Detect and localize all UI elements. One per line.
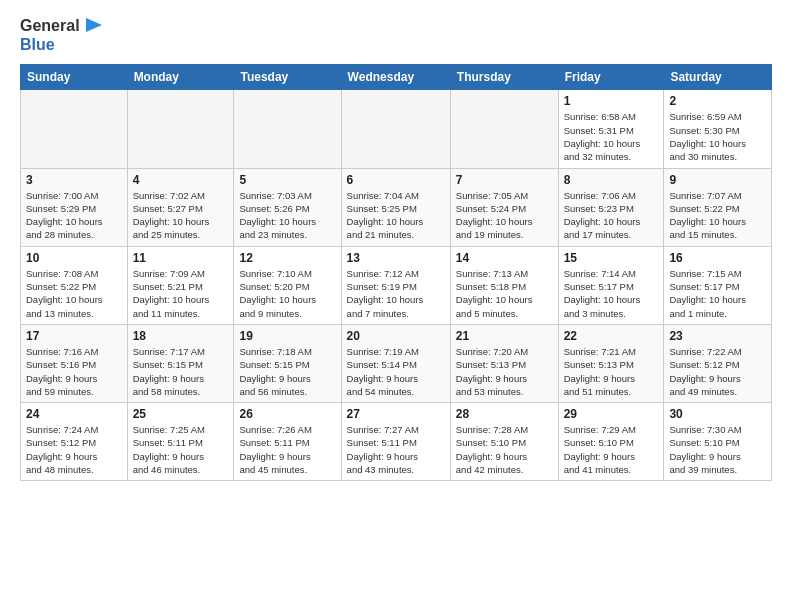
day-info: Sunrise: 7:04 AM Sunset: 5:25 PM Dayligh… bbox=[347, 189, 445, 242]
day-info: Sunrise: 7:30 AM Sunset: 5:10 PM Dayligh… bbox=[669, 423, 766, 476]
day-info: Sunrise: 7:15 AM Sunset: 5:17 PM Dayligh… bbox=[669, 267, 766, 320]
day-info: Sunrise: 7:08 AM Sunset: 5:22 PM Dayligh… bbox=[26, 267, 122, 320]
day-info: Sunrise: 7:21 AM Sunset: 5:13 PM Dayligh… bbox=[564, 345, 659, 398]
day-number: 19 bbox=[239, 329, 335, 343]
day-number: 18 bbox=[133, 329, 229, 343]
day-info: Sunrise: 7:27 AM Sunset: 5:11 PM Dayligh… bbox=[347, 423, 445, 476]
day-number: 25 bbox=[133, 407, 229, 421]
day-number: 5 bbox=[239, 173, 335, 187]
day-number: 1 bbox=[564, 94, 659, 108]
day-cell bbox=[234, 90, 341, 168]
day-info: Sunrise: 7:05 AM Sunset: 5:24 PM Dayligh… bbox=[456, 189, 553, 242]
day-cell: 21Sunrise: 7:20 AM Sunset: 5:13 PM Dayli… bbox=[450, 324, 558, 402]
day-number: 11 bbox=[133, 251, 229, 265]
day-number: 16 bbox=[669, 251, 766, 265]
weekday-monday: Monday bbox=[127, 65, 234, 90]
weekday-sunday: Sunday bbox=[21, 65, 128, 90]
day-number: 13 bbox=[347, 251, 445, 265]
day-cell: 4Sunrise: 7:02 AM Sunset: 5:27 PM Daylig… bbox=[127, 168, 234, 246]
day-number: 24 bbox=[26, 407, 122, 421]
day-number: 26 bbox=[239, 407, 335, 421]
day-cell: 27Sunrise: 7:27 AM Sunset: 5:11 PM Dayli… bbox=[341, 403, 450, 481]
day-info: Sunrise: 7:19 AM Sunset: 5:14 PM Dayligh… bbox=[347, 345, 445, 398]
day-info: Sunrise: 7:14 AM Sunset: 5:17 PM Dayligh… bbox=[564, 267, 659, 320]
weekday-saturday: Saturday bbox=[664, 65, 772, 90]
day-cell: 6Sunrise: 7:04 AM Sunset: 5:25 PM Daylig… bbox=[341, 168, 450, 246]
day-info: Sunrise: 6:58 AM Sunset: 5:31 PM Dayligh… bbox=[564, 110, 659, 163]
day-number: 4 bbox=[133, 173, 229, 187]
day-info: Sunrise: 7:26 AM Sunset: 5:11 PM Dayligh… bbox=[239, 423, 335, 476]
day-cell: 18Sunrise: 7:17 AM Sunset: 5:15 PM Dayli… bbox=[127, 324, 234, 402]
day-info: Sunrise: 7:12 AM Sunset: 5:19 PM Dayligh… bbox=[347, 267, 445, 320]
day-number: 3 bbox=[26, 173, 122, 187]
day-cell: 7Sunrise: 7:05 AM Sunset: 5:24 PM Daylig… bbox=[450, 168, 558, 246]
day-number: 14 bbox=[456, 251, 553, 265]
day-info: Sunrise: 7:22 AM Sunset: 5:12 PM Dayligh… bbox=[669, 345, 766, 398]
page: General Blue SundayMondayTuesdayWednesda… bbox=[0, 0, 792, 497]
logo: General Blue bbox=[20, 16, 104, 54]
day-cell: 14Sunrise: 7:13 AM Sunset: 5:18 PM Dayli… bbox=[450, 246, 558, 324]
calendar: SundayMondayTuesdayWednesdayThursdayFrid… bbox=[20, 64, 772, 481]
day-cell: 30Sunrise: 7:30 AM Sunset: 5:10 PM Dayli… bbox=[664, 403, 772, 481]
day-info: Sunrise: 7:16 AM Sunset: 5:16 PM Dayligh… bbox=[26, 345, 122, 398]
weekday-wednesday: Wednesday bbox=[341, 65, 450, 90]
day-info: Sunrise: 7:28 AM Sunset: 5:10 PM Dayligh… bbox=[456, 423, 553, 476]
day-number: 8 bbox=[564, 173, 659, 187]
day-number: 21 bbox=[456, 329, 553, 343]
day-number: 27 bbox=[347, 407, 445, 421]
day-number: 30 bbox=[669, 407, 766, 421]
day-number: 7 bbox=[456, 173, 553, 187]
day-number: 28 bbox=[456, 407, 553, 421]
weekday-thursday: Thursday bbox=[450, 65, 558, 90]
day-info: Sunrise: 7:29 AM Sunset: 5:10 PM Dayligh… bbox=[564, 423, 659, 476]
day-number: 9 bbox=[669, 173, 766, 187]
day-info: Sunrise: 7:18 AM Sunset: 5:15 PM Dayligh… bbox=[239, 345, 335, 398]
day-info: Sunrise: 7:02 AM Sunset: 5:27 PM Dayligh… bbox=[133, 189, 229, 242]
day-cell: 2Sunrise: 6:59 AM Sunset: 5:30 PM Daylig… bbox=[664, 90, 772, 168]
day-number: 6 bbox=[347, 173, 445, 187]
day-cell: 29Sunrise: 7:29 AM Sunset: 5:10 PM Dayli… bbox=[558, 403, 664, 481]
day-cell: 9Sunrise: 7:07 AM Sunset: 5:22 PM Daylig… bbox=[664, 168, 772, 246]
day-info: Sunrise: 7:17 AM Sunset: 5:15 PM Dayligh… bbox=[133, 345, 229, 398]
day-info: Sunrise: 7:13 AM Sunset: 5:18 PM Dayligh… bbox=[456, 267, 553, 320]
svg-marker-0 bbox=[86, 18, 102, 32]
day-cell: 11Sunrise: 7:09 AM Sunset: 5:21 PM Dayli… bbox=[127, 246, 234, 324]
day-info: Sunrise: 7:10 AM Sunset: 5:20 PM Dayligh… bbox=[239, 267, 335, 320]
day-info: Sunrise: 7:25 AM Sunset: 5:11 PM Dayligh… bbox=[133, 423, 229, 476]
weekday-header-row: SundayMondayTuesdayWednesdayThursdayFrid… bbox=[21, 65, 772, 90]
day-cell: 22Sunrise: 7:21 AM Sunset: 5:13 PM Dayli… bbox=[558, 324, 664, 402]
day-info: Sunrise: 7:03 AM Sunset: 5:26 PM Dayligh… bbox=[239, 189, 335, 242]
day-info: Sunrise: 7:24 AM Sunset: 5:12 PM Dayligh… bbox=[26, 423, 122, 476]
day-number: 20 bbox=[347, 329, 445, 343]
blue-text: Blue bbox=[20, 36, 104, 54]
logo-text: General Blue bbox=[20, 16, 104, 54]
day-cell: 23Sunrise: 7:22 AM Sunset: 5:12 PM Dayli… bbox=[664, 324, 772, 402]
week-row-5: 24Sunrise: 7:24 AM Sunset: 5:12 PM Dayli… bbox=[21, 403, 772, 481]
day-cell: 24Sunrise: 7:24 AM Sunset: 5:12 PM Dayli… bbox=[21, 403, 128, 481]
logo-triangle-icon bbox=[82, 14, 104, 36]
week-row-1: 1Sunrise: 6:58 AM Sunset: 5:31 PM Daylig… bbox=[21, 90, 772, 168]
day-cell: 17Sunrise: 7:16 AM Sunset: 5:16 PM Dayli… bbox=[21, 324, 128, 402]
week-row-3: 10Sunrise: 7:08 AM Sunset: 5:22 PM Dayli… bbox=[21, 246, 772, 324]
day-number: 15 bbox=[564, 251, 659, 265]
day-cell bbox=[450, 90, 558, 168]
week-row-2: 3Sunrise: 7:00 AM Sunset: 5:29 PM Daylig… bbox=[21, 168, 772, 246]
day-cell: 28Sunrise: 7:28 AM Sunset: 5:10 PM Dayli… bbox=[450, 403, 558, 481]
day-cell: 26Sunrise: 7:26 AM Sunset: 5:11 PM Dayli… bbox=[234, 403, 341, 481]
day-number: 29 bbox=[564, 407, 659, 421]
day-cell: 5Sunrise: 7:03 AM Sunset: 5:26 PM Daylig… bbox=[234, 168, 341, 246]
general-text: General bbox=[20, 17, 80, 35]
day-cell bbox=[341, 90, 450, 168]
day-cell bbox=[127, 90, 234, 168]
day-info: Sunrise: 6:59 AM Sunset: 5:30 PM Dayligh… bbox=[669, 110, 766, 163]
day-cell: 10Sunrise: 7:08 AM Sunset: 5:22 PM Dayli… bbox=[21, 246, 128, 324]
day-info: Sunrise: 7:09 AM Sunset: 5:21 PM Dayligh… bbox=[133, 267, 229, 320]
day-cell: 3Sunrise: 7:00 AM Sunset: 5:29 PM Daylig… bbox=[21, 168, 128, 246]
day-cell: 25Sunrise: 7:25 AM Sunset: 5:11 PM Dayli… bbox=[127, 403, 234, 481]
day-cell bbox=[21, 90, 128, 168]
day-cell: 16Sunrise: 7:15 AM Sunset: 5:17 PM Dayli… bbox=[664, 246, 772, 324]
day-cell: 12Sunrise: 7:10 AM Sunset: 5:20 PM Dayli… bbox=[234, 246, 341, 324]
day-number: 23 bbox=[669, 329, 766, 343]
day-number: 22 bbox=[564, 329, 659, 343]
day-number: 10 bbox=[26, 251, 122, 265]
